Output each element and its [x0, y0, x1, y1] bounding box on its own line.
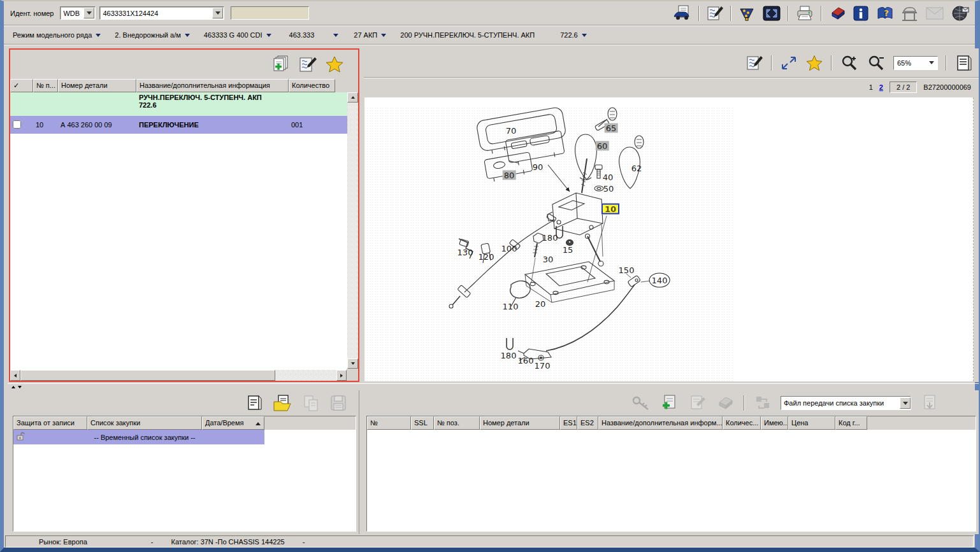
shopping-list-row[interactable]: -- Временный список закупки -- [13, 430, 264, 444]
chevron-down-icon [333, 34, 338, 37]
zoom-level-select[interactable]: 65% [893, 56, 938, 70]
zoom-in-icon[interactable] [840, 55, 859, 71]
help-book-icon[interactable]: ? [876, 5, 893, 22]
diagram-callout-170[interactable]: 170 [533, 361, 552, 371]
column-header-es2[interactable]: ES2 [577, 416, 598, 430]
status-bar: Рынок: Европа - Каталог: 37N -По CHASSIS… [4, 535, 975, 548]
wmi-dropdown-button[interactable] [83, 8, 94, 18]
add-document-icon[interactable] [659, 394, 679, 412]
unlocked-icon [16, 432, 25, 441]
notes-icon[interactable] [746, 55, 763, 71]
diagram-callout-10[interactable]: 10 [602, 204, 619, 215]
column-header-num[interactable]: № [367, 416, 411, 430]
favorites-star-icon[interactable] [325, 55, 344, 73]
diagram-canvas[interactable]: 7090806560624050101801510030130120110201… [364, 97, 974, 381]
vin-combobox[interactable]: 4633331X124424 [99, 6, 224, 20]
page-list-icon[interactable] [955, 55, 972, 71]
group-menu[interactable]: 27 АКП [354, 31, 386, 39]
transfer-file-select[interactable]: Файл передачи списка закупки [781, 396, 911, 410]
wmi-select[interactable]: WDB [60, 6, 96, 20]
diagram-callout-160[interactable]: 160 [517, 356, 535, 365]
column-header-check[interactable]: ✓ [10, 79, 33, 92]
diagram-callout-62[interactable]: 62 [630, 164, 644, 173]
page-link-2[interactable]: 2 [879, 83, 883, 91]
page-link-1[interactable]: 1 [869, 83, 873, 91]
diagram-callout-100[interactable]: 100 [500, 244, 519, 253]
add-document-icon[interactable] [270, 55, 291, 74]
column-header-partnumber[interactable]: Номер детали [480, 416, 560, 430]
row-checkbox[interactable] [13, 120, 21, 129]
diagram-callout-65[interactable]: 65 [605, 124, 618, 133]
transmission-menu[interactable]: 722.6 [560, 31, 587, 39]
info-icon[interactable] [853, 5, 869, 22]
diagram-callout-90[interactable]: 90 [531, 162, 545, 172]
diagram-callout-60[interactable]: 60 [596, 141, 609, 151]
notes-icon[interactable] [298, 55, 317, 73]
scrollbar-thumb[interactable] [20, 370, 275, 381]
diagram-callout-180[interactable]: 180 [541, 233, 559, 243]
diagram-callout-40[interactable]: 40 [602, 173, 615, 182]
diagram-callout-140[interactable]: 140 [649, 273, 670, 288]
vehicle-class-menu[interactable]: 2. Внедорожный а/м [115, 31, 189, 39]
diagram-callout-15[interactable]: 15 [561, 245, 575, 255]
column-header-list-name[interactable]: Список закупки [87, 416, 202, 430]
print-icon[interactable] [795, 5, 814, 22]
eraser-icon[interactable] [828, 5, 846, 22]
diagram-callout-70[interactable]: 70 [505, 126, 518, 136]
favorites-star-icon[interactable] [805, 55, 823, 71]
diagram-callout-50[interactable]: 50 [602, 184, 616, 194]
model-code-menu[interactable]: 463.333 [289, 31, 339, 39]
diagram-callout-130[interactable]: 130 [456, 248, 475, 257]
new-list-icon[interactable] [245, 394, 263, 412]
column-header-price[interactable]: Цена [788, 416, 835, 430]
notes-icon[interactable] [706, 5, 724, 22]
parts-vertical-scrollbar[interactable] [347, 92, 358, 369]
column-header-pos[interactable]: № п... [33, 79, 58, 92]
column-header-es1[interactable]: ES1 [560, 416, 577, 430]
collapse-down-button[interactable] [18, 386, 22, 388]
parts-horizontal-scrollbar[interactable] [10, 370, 347, 381]
model-menu[interactable]: 463333 G 400 CDI [204, 31, 271, 39]
column-header-datetime[interactable]: Дата/Время [202, 416, 264, 430]
panel-splitter [8, 383, 979, 390]
image-code: B27200000069 [923, 83, 971, 91]
basket-icon[interactable] [738, 5, 756, 22]
vin-dropdown-button[interactable] [212, 8, 223, 18]
diagram-callout-120[interactable]: 120 [477, 252, 496, 262]
column-header-code[interactable]: Код г... [835, 416, 867, 430]
column-header-have[interactable]: Имею... [761, 416, 788, 430]
column-header-name[interactable]: Название/дополнительная информ... [598, 416, 723, 430]
column-header-qty[interactable]: Количес... [723, 416, 761, 430]
scroll-down-button[interactable] [347, 358, 358, 369]
diagram-callout-30[interactable]: 30 [542, 255, 555, 264]
chevron-down-icon[interactable] [900, 397, 911, 409]
scroll-left-button[interactable] [10, 370, 20, 381]
fit-view-icon[interactable] [780, 55, 798, 71]
column-header-partnumber[interactable]: Номер детали [58, 79, 136, 92]
diagram-callout-180[interactable]: 180 [500, 351, 518, 360]
column-header-qty[interactable]: Количество [289, 79, 335, 92]
parts-row-selected[interactable]: 10 А 463 260 00 09 ПЕРЕКЛЮЧЕНИЕ 001 [10, 116, 358, 134]
status-separator: - [151, 538, 154, 546]
scroll-up-button[interactable] [347, 92, 358, 103]
parts-table-header: ✓ № п... Номер детали Название/дополните… [10, 79, 358, 92]
diagram-callout-80[interactable]: 80 [503, 171, 516, 180]
diagram-callout-20[interactable]: 20 [534, 299, 547, 309]
workshop-lift-icon[interactable] [900, 5, 919, 22]
send-data-icon[interactable] [951, 5, 970, 22]
column-header-name[interactable]: Название/дополнительная информация [136, 79, 289, 92]
scroll-right-button[interactable] [336, 370, 347, 381]
fullscreen-icon[interactable] [762, 5, 781, 22]
diagram-callout-110[interactable]: 110 [501, 302, 520, 311]
diagram-callout-150[interactable]: 150 [617, 265, 636, 275]
vehicle-datacard-icon[interactable] [673, 5, 692, 22]
zoom-out-icon[interactable] [867, 55, 886, 71]
open-list-icon[interactable] [272, 394, 292, 412]
document-edit-icon [688, 394, 707, 412]
column-header-write-protect[interactable]: Защита от записи [13, 416, 87, 430]
column-header-pos[interactable]: № поз. [434, 416, 480, 430]
model-range-mode-menu[interactable]: Режим модельного ряда [13, 31, 101, 39]
column-header-ssl[interactable]: SSL [411, 416, 434, 430]
collapse-up-button[interactable] [11, 386, 15, 388]
page-indicator: 2 / 2 [890, 81, 917, 93]
